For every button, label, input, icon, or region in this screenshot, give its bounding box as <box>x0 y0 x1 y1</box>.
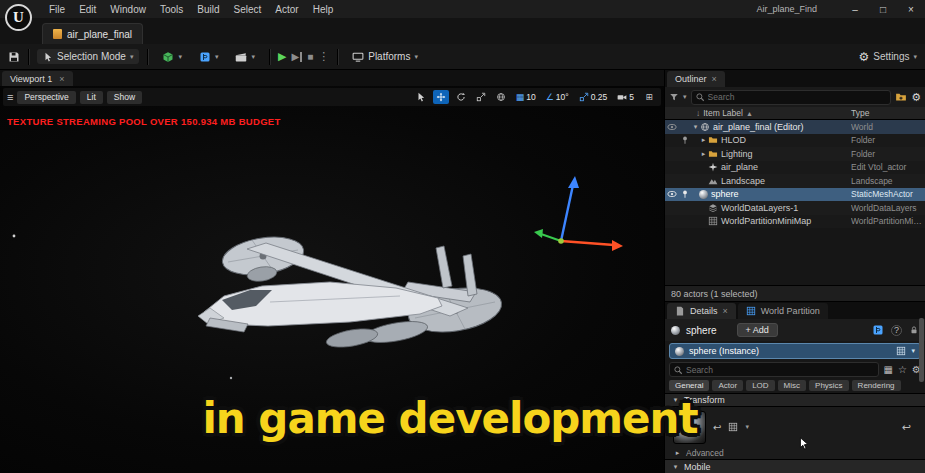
tab-details[interactable]: Details × <box>667 303 736 319</box>
browse-grid-icon[interactable] <box>896 346 906 356</box>
close-icon[interactable]: × <box>712 74 717 84</box>
transform-gizmo[interactable] <box>534 176 623 251</box>
add-content-dropdown[interactable]: ▾ <box>156 49 188 65</box>
outliner-row-worldpartitionminimap[interactable]: WorldPartitionMiniMap WorldPartitionMini… <box>665 215 925 229</box>
details-search-input[interactable] <box>669 362 879 377</box>
outliner-row-lighting[interactable]: ▸ Lighting Folder <box>665 147 925 161</box>
menu-build[interactable]: Build <box>190 4 226 15</box>
outliner-row-sphere[interactable]: sphere StaticMeshActor <box>665 188 925 202</box>
menu-actor[interactable]: Actor <box>268 4 305 15</box>
layers-icon <box>708 203 718 213</box>
maximize-viewport-icon[interactable]: ⊞ <box>641 90 657 104</box>
rotate-tool-icon[interactable] <box>453 90 469 104</box>
favorites-star-icon[interactable]: ☆ <box>898 365 907 375</box>
filter-funnel-icon[interactable] <box>669 92 679 102</box>
outliner-empty-space <box>665 228 925 285</box>
sphere-instance-row[interactable]: sphere (Instance) ▾ <box>669 343 921 359</box>
details-scrollbar[interactable] <box>919 318 924 382</box>
show-label: Show <box>114 92 135 102</box>
expander-icon[interactable]: ▾ <box>691 123 700 131</box>
minimize-button[interactable]: – <box>841 4 869 15</box>
display-grid-icon[interactable]: ▦ <box>884 365 893 375</box>
filter-actor[interactable]: Actor <box>712 380 743 391</box>
add-component-button[interactable]: + Add <box>737 323 778 337</box>
filter-physics[interactable]: Physics <box>809 380 849 391</box>
viewport-tab[interactable]: Viewport 1 × <box>2 71 73 86</box>
skip-frame-button[interactable]: ▶ <box>291 52 302 62</box>
row-type-edit-link[interactable]: Edit Vtol_actor <box>851 162 925 172</box>
lit-dropdown[interactable]: Lit <box>80 91 103 104</box>
advanced-section-header[interactable]: ▸ Advanced <box>665 447 925 459</box>
reset-to-default-icon[interactable]: ↩ <box>902 421 917 434</box>
new-folder-icon[interactable] <box>895 91 907 103</box>
aircraft-model[interactable] <box>198 232 505 351</box>
expander-icon[interactable]: ▸ <box>699 136 708 144</box>
help-icon[interactable]: ? <box>891 325 902 336</box>
show-dropdown[interactable]: Show <box>107 91 142 104</box>
expander-icon[interactable]: ▸ <box>699 150 708 158</box>
outliner-row-air-plane[interactable]: air_plane Edit Vtol_actor <box>665 161 925 175</box>
perspective-dropdown[interactable]: Perspective <box>17 91 75 104</box>
chevron-down-icon[interactable]: ▾ <box>683 93 687 101</box>
platforms-dropdown[interactable]: Platforms ▾ <box>346 49 424 65</box>
settings-button[interactable]: Settings <box>873 51 909 62</box>
save-icon[interactable] <box>8 51 20 63</box>
menu-select[interactable]: Select <box>227 4 269 15</box>
lock-icon[interactable] <box>909 325 919 335</box>
outliner-settings-gear-icon[interactable]: ⚙ <box>911 92 921 103</box>
viewport-options-icon[interactable]: ≡ <box>7 92 13 103</box>
outliner-row-level[interactable]: ▾ air_plane_final (Editor) World <box>665 120 925 134</box>
visibility-eye-icon[interactable] <box>667 189 677 199</box>
outliner-row-hlod[interactable]: ▸ HLOD Folder <box>665 134 925 148</box>
row-type: Folder <box>851 149 925 159</box>
menu-file[interactable]: File <box>42 4 72 15</box>
mobile-section-header[interactable]: ▾ Mobile <box>665 459 925 473</box>
close-button[interactable]: × <box>897 4 925 15</box>
stop-button[interactable]: ■ <box>307 52 313 62</box>
unreal-engine-logo[interactable]: U <box>5 4 32 31</box>
scale-tool-icon[interactable] <box>473 90 489 104</box>
tab-outliner[interactable]: Outliner × <box>667 71 725 87</box>
scale-snap-control[interactable]: 0.25 <box>576 92 611 102</box>
asset-tab-air-plane-final[interactable]: air_plane_final <box>42 23 143 44</box>
row-label: sphere <box>708 189 851 199</box>
menu-tools[interactable]: Tools <box>153 4 190 15</box>
maximize-button[interactable]: □ <box>869 4 897 15</box>
filter-rendering[interactable]: Rendering <box>852 380 901 391</box>
selection-mode-dropdown[interactable]: Selection Mode ▾ <box>37 49 139 64</box>
blueprint-icon[interactable] <box>872 324 884 336</box>
chevron-down-icon[interactable]: ▾ <box>911 347 915 355</box>
filter-misc[interactable]: Misc <box>778 380 806 391</box>
visibility-eye-icon[interactable] <box>667 122 677 132</box>
grid-snap-control[interactable]: ▦ 10 <box>513 92 539 102</box>
move-tool-icon[interactable] <box>433 90 449 104</box>
sort-ascending-icon: ▲ <box>746 110 753 117</box>
close-icon[interactable]: × <box>59 74 64 84</box>
rotation-snap-control[interactable]: ∠ 10° <box>543 92 572 102</box>
select-tool-icon[interactable] <box>413 90 429 104</box>
outliner-row-landscape[interactable]: Landscape Landscape <box>665 174 925 188</box>
camera-speed-control[interactable]: 5 <box>614 92 637 102</box>
filter-general[interactable]: General <box>669 380 709 391</box>
play-button[interactable]: ▶ <box>278 51 286 62</box>
outliner-search-input[interactable] <box>691 90 892 105</box>
sort-icon[interactable]: ↓ <box>696 108 700 118</box>
blueprints-dropdown[interactable]: ▾ <box>193 49 225 65</box>
camera-icon <box>617 92 627 102</box>
menu-help[interactable]: Help <box>306 4 341 15</box>
filter-lod[interactable]: LOD <box>746 380 774 391</box>
platforms-label: Platforms <box>368 51 410 62</box>
menu-window[interactable]: Window <box>103 4 153 15</box>
outliner-row-worlddatalayers[interactable]: WorldDataLayers-1 WorldDataLayers <box>665 201 925 215</box>
column-item-label[interactable]: Item Label <box>703 108 743 118</box>
column-type[interactable]: Type <box>851 108 925 118</box>
tab-world-partition[interactable]: World Partition <box>738 303 828 319</box>
pin-icon[interactable] <box>680 189 690 199</box>
close-icon[interactable]: × <box>723 306 728 316</box>
play-options-icon[interactable]: ⋮ <box>318 50 329 63</box>
menu-edit[interactable]: Edit <box>72 4 103 15</box>
row-label: air_plane <box>718 162 851 172</box>
pin-icon[interactable] <box>680 135 690 145</box>
cinematics-dropdown[interactable]: ▾ <box>229 49 261 65</box>
world-local-toggle-icon[interactable] <box>493 90 509 104</box>
